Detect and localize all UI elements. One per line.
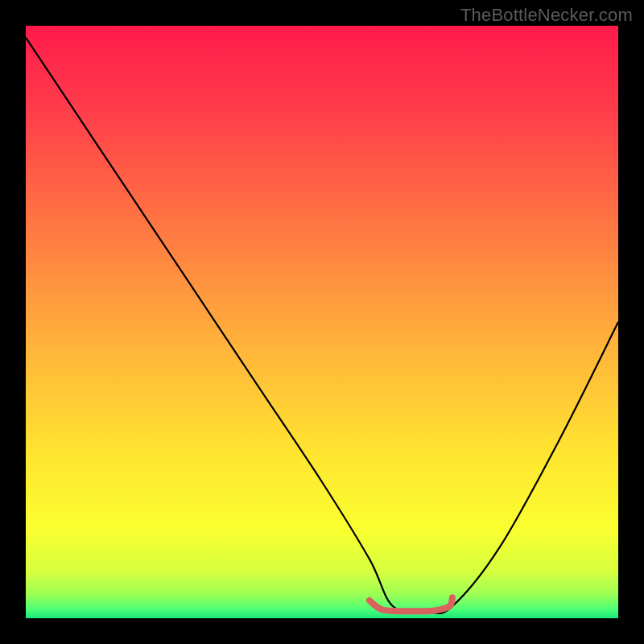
- bottleneck-chart: [0, 0, 644, 644]
- plot-background: [26, 26, 618, 618]
- chart-frame: TheBottleNecker.com: [0, 0, 644, 644]
- watermark-text: TheBottleNecker.com: [460, 5, 633, 26]
